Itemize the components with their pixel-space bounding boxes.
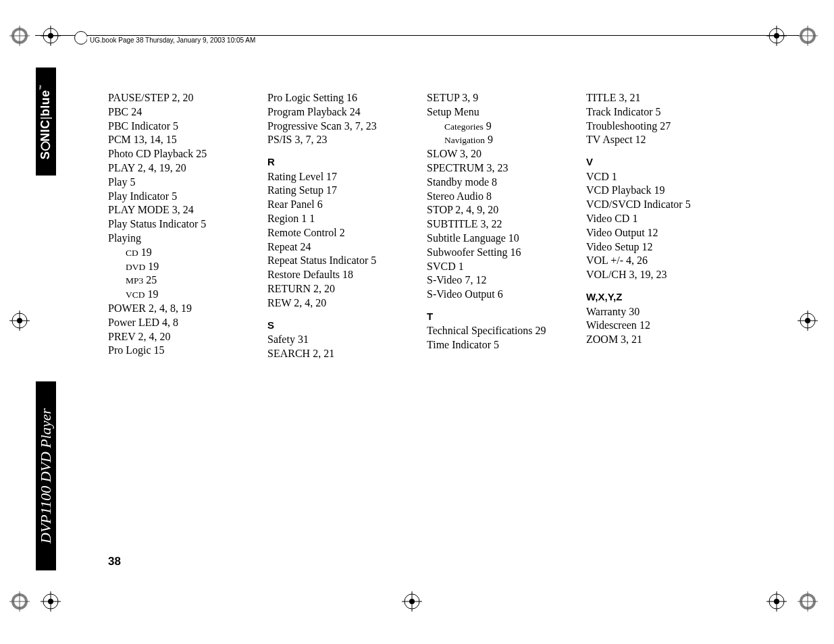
index-term: VOL/CH xyxy=(586,269,627,280)
index-term: Technical Specifications xyxy=(427,325,533,336)
index-pages: 12 xyxy=(645,227,658,238)
index-pages: 2, 4, 9, 20 xyxy=(452,204,498,215)
index-pages: 5 xyxy=(170,120,178,132)
index-entry: Play Status Indicator 5 xyxy=(108,217,251,232)
index-term: Setup Menu xyxy=(427,106,479,117)
index-pages: 25 xyxy=(143,274,157,286)
index-entry: Widescreen 12 xyxy=(586,319,729,333)
index-pages: 5 xyxy=(198,218,206,230)
index-pages: 8 xyxy=(489,176,497,188)
index-entry: Playing xyxy=(108,232,251,246)
index-entry: Stereo Audio 8 xyxy=(427,190,570,204)
index-entry: Time Indicator 5 xyxy=(427,338,570,352)
index-pages: 12 xyxy=(637,319,650,331)
index-pages: 9 xyxy=(485,134,493,145)
index-entry: Pro Logic 15 xyxy=(108,344,251,358)
index-entry: Troubleshooting 27 xyxy=(586,119,729,134)
index-term: Photo CD Playback xyxy=(108,148,193,159)
index-pages: 3, 24 xyxy=(170,204,194,215)
index-term: PBC Indicator xyxy=(108,120,170,132)
index-entry: Progressive Scan 3, 7, 23 xyxy=(267,119,411,134)
index-term: PLAY xyxy=(108,162,135,173)
index-entry: VCD/SVCD Indicator 5 xyxy=(586,198,729,212)
index-pages: 1 xyxy=(629,213,637,224)
index-section-heading: R xyxy=(267,155,411,169)
index-pages: 2, 4, 20 xyxy=(136,331,171,342)
index-pages: 24 xyxy=(128,106,142,117)
index-entry: ZOOM 3, 21 xyxy=(586,333,729,347)
index-pages: 12 xyxy=(633,134,646,145)
index-term: SVCD xyxy=(427,261,456,272)
index-pages: 30 xyxy=(626,306,640,317)
index-term: VCD/SVCD Indicator xyxy=(586,198,683,210)
index-term: ZOOM xyxy=(586,333,618,345)
index-term: Rating Level xyxy=(267,171,323,182)
index-term: VCD xyxy=(126,290,145,300)
index-pages: 2, 20 xyxy=(311,283,335,294)
index-term: Power LED xyxy=(108,317,159,328)
index-entry: Rear Panel 6 xyxy=(267,198,411,212)
index-pages: 27 xyxy=(657,120,671,132)
index-term: Pro Logic xyxy=(108,344,151,356)
index-term: Video Output xyxy=(586,227,645,238)
index-pages: 19 xyxy=(651,184,664,196)
index-term: VCD xyxy=(586,171,609,182)
index-pages: 1 xyxy=(456,261,464,272)
index-pages: 2, 4, 19, 20 xyxy=(135,162,186,173)
index-pages: 3, 9 xyxy=(459,92,478,103)
index-pages: 2, 21 xyxy=(310,348,334,359)
index-term: Remote Control xyxy=(267,227,337,238)
index-entry: Track Indicator 5 xyxy=(586,105,729,119)
index-term: Play xyxy=(108,176,127,188)
registration-mark-br-outer xyxy=(798,591,825,618)
index-section-heading: T xyxy=(427,310,570,323)
index-pages: 19 xyxy=(145,261,159,272)
index-entry: Warranty 30 xyxy=(586,305,729,319)
index-term: REW xyxy=(267,297,291,308)
index-term: Progressive Scan xyxy=(267,120,342,132)
index-entry: SPECTRUM 3, 23 xyxy=(427,161,570,176)
index-entry: VCD Playback 19 xyxy=(586,184,729,198)
index-subentry: Categories 9 xyxy=(427,119,570,134)
index-term: POWER xyxy=(108,302,146,314)
index-subentry: CD 19 xyxy=(108,246,251,260)
index-term: PCM xyxy=(108,134,131,145)
index-term: Troubleshooting xyxy=(586,120,657,132)
product-sidebar: DVP1100 DVD Player xyxy=(36,381,56,570)
index-pages: 5 xyxy=(368,254,376,266)
index-pages: 3, 19, 23 xyxy=(627,269,667,280)
index-term: Subtitle Language xyxy=(427,232,506,244)
index-entry: PBC Indicator 5 xyxy=(108,119,251,134)
index-term: Warranty xyxy=(586,306,626,317)
index-pages: 4, 26 xyxy=(623,254,648,266)
index-entry: PREV 2, 4, 20 xyxy=(108,330,251,344)
index-entry: Rating Level 17 xyxy=(267,170,411,184)
registration-mark-br-inner xyxy=(766,591,793,618)
index-pages: 29 xyxy=(533,325,546,336)
index-term: Playing xyxy=(108,232,141,244)
brand-text: SNIC|blue™ xyxy=(39,84,53,159)
index-entry: PLAY MODE 3, 24 xyxy=(108,203,251,217)
index-term: SEARCH xyxy=(267,348,310,359)
index-term: SUBTITLE xyxy=(427,218,478,230)
index-entry: TITLE 3, 21 xyxy=(586,91,729,105)
index-entry: Program Playback 24 xyxy=(267,105,411,119)
index-entry: VOL +/- 4, 26 xyxy=(586,254,729,268)
index-section-heading: S xyxy=(267,319,411,332)
index-entry: POWER 2, 4, 8, 19 xyxy=(108,302,251,316)
index-pages: 3, 21 xyxy=(618,333,642,345)
index-term: PAUSE/STEP xyxy=(108,92,169,103)
index-pages: 3, 7, 23 xyxy=(292,134,327,145)
index-term: Rear Panel xyxy=(267,198,315,210)
index-entry: SVCD 1 xyxy=(427,260,570,274)
registration-mark-tl-outer xyxy=(9,26,36,53)
index-term: Play Status Indicator xyxy=(108,218,198,230)
index-term: Region 1 xyxy=(267,213,307,224)
index-pages: 9 xyxy=(484,120,492,132)
index-entry: PLAY 2, 4, 19, 20 xyxy=(108,161,251,176)
index-term: Categories xyxy=(444,122,484,132)
index-pages: 31 xyxy=(295,333,309,345)
registration-mark-bl-outer xyxy=(9,591,36,618)
index-pages: 3, 7, 23 xyxy=(342,120,377,132)
index-entry: SETUP 3, 9 xyxy=(427,91,570,105)
